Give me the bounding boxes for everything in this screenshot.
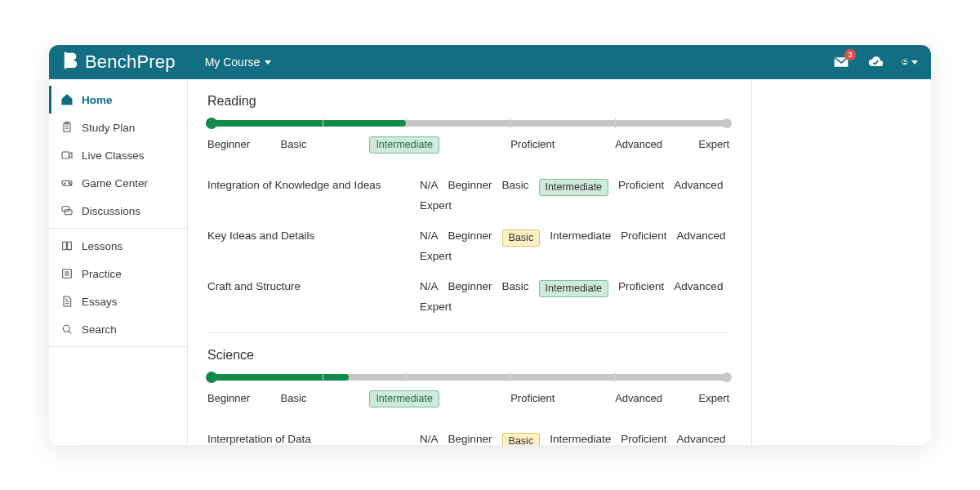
subtopic-level-label: Advanced (676, 433, 725, 445)
subtopic-name: Craft and Structure (207, 280, 420, 313)
level-scale-label: Proficient (510, 392, 555, 404)
subtopic-levels: N/ABeginnerBasicIntermediateProficientAd… (420, 229, 730, 262)
subtopic-level-label: Intermediate (550, 229, 611, 247)
sidebar-item-label: Essays (82, 296, 118, 308)
level-scale-label: Beginner (207, 138, 250, 150)
sidebar-item-live-classes[interactable]: Live Classes (49, 141, 187, 169)
subtopic-level-label: Advanced (676, 229, 725, 247)
subtopic-level-label: Proficient (618, 280, 664, 297)
sidebar-item-label: Practice (82, 268, 122, 280)
subtopic-level-label: Basic (502, 179, 529, 196)
subtopic-level-label: Intermediate (550, 433, 611, 445)
caret-down-icon (265, 60, 271, 65)
subtopic-level-label: Proficient (621, 433, 666, 445)
subtopic-level-label: N/A (420, 433, 439, 445)
svg-point-12 (63, 325, 69, 332)
subtopic-level-label: Intermediate (539, 280, 608, 297)
progress-track (207, 120, 730, 127)
subtopic-row: Interpretation of DataN/ABeginnerBasicIn… (207, 426, 730, 445)
user-menu[interactable] (902, 54, 918, 70)
level-scale-label: Expert (699, 392, 730, 404)
content-area: HomeStudy PlanLive ClassesGame CenterDis… (49, 79, 931, 445)
app-window: BenchPrep My Course 3 HomeStudy PlanLive… (49, 45, 931, 445)
level-scale-label: Expert (699, 138, 730, 150)
sidebar-item-practice[interactable]: Practice (49, 260, 187, 287)
caret-down-icon (911, 60, 918, 65)
chat-icon (60, 204, 74, 217)
progress-dot-start (206, 372, 217, 383)
search-icon (60, 323, 74, 336)
subtopic-level-label: Advanced (674, 280, 723, 297)
level-scale-label: Basic (281, 138, 307, 150)
subtopic-level-label: Beginner (448, 179, 492, 196)
svg-point-2 (904, 60, 906, 62)
cloud-sync-button[interactable] (867, 54, 884, 70)
sidebar-item-label: Game Center (82, 177, 148, 189)
subtopic-level-label: Expert (420, 250, 452, 262)
subtopic-level-label: Proficient (621, 229, 666, 247)
subtopic-level-label: N/A (420, 280, 439, 297)
svg-rect-5 (62, 152, 69, 158)
progress-dot-start (206, 118, 217, 129)
subtopic-level-label: Expert (420, 199, 452, 212)
subtopic-level-label: Advanced (674, 179, 723, 196)
sidebar-item-label: Lessons (82, 240, 122, 252)
sidebar: HomeStudy PlanLive ClassesGame CenterDis… (49, 79, 188, 445)
svg-point-7 (69, 182, 69, 183)
section-title: Reading (207, 94, 730, 109)
sidebar-item-home[interactable]: Home (49, 86, 187, 114)
sidebar-item-game-center[interactable]: Game Center (49, 169, 187, 197)
level-scale: BeginnerBasicIntermediateProficientAdvan… (207, 138, 730, 158)
right-rail (751, 79, 931, 445)
topbar-actions: 3 (833, 54, 918, 70)
svg-rect-9 (62, 207, 69, 212)
subtopic-level-label: Proficient (618, 179, 664, 196)
progress-dot-end (722, 118, 732, 128)
subtopic-level-label: N/A (420, 179, 439, 196)
list-icon (60, 267, 74, 280)
subtopic-levels: N/ABeginnerBasicIntermediateProficientAd… (420, 433, 730, 445)
subtopic-levels: N/ABeginnerBasicIntermediateProficientAd… (420, 179, 730, 212)
brand-name: BenchPrep (85, 51, 176, 73)
course-dropdown[interactable]: My Course (205, 56, 272, 69)
sidebar-item-label: Live Classes (82, 149, 145, 162)
course-dropdown-label: My Course (205, 56, 261, 69)
subtopic-levels: N/ABeginnerBasicIntermediateProficientAd… (420, 280, 730, 313)
svg-point-8 (69, 184, 70, 185)
sidebar-item-label: Study Plan (82, 122, 135, 134)
sidebar-item-essays[interactable]: Essays (49, 287, 187, 315)
svg-rect-10 (65, 210, 72, 215)
brand[interactable]: BenchPrep (62, 51, 176, 74)
clipboard-icon (60, 121, 74, 134)
gamepad-icon (60, 176, 74, 189)
sidebar-item-study-plan[interactable]: Study Plan (49, 114, 187, 141)
subtopic-level-label: N/A (420, 229, 439, 247)
video-icon (60, 149, 74, 162)
sidebar-item-discussions[interactable]: Discussions (49, 197, 187, 225)
section-title: Science (207, 348, 730, 363)
home-icon (60, 93, 74, 106)
subtopic-row: Integration of Knowledge and IdeasN/ABeg… (207, 172, 730, 223)
notification-badge: 3 (844, 49, 856, 60)
subtopic-level-label: Beginner (448, 229, 492, 247)
progress-dot-end (722, 372, 732, 382)
sidebar-item-lessons[interactable]: Lessons (49, 232, 187, 260)
subtopic-row: Key Ideas and DetailsN/ABeginnerBasicInt… (207, 223, 730, 274)
level-scale-label: Intermediate (369, 390, 439, 408)
level-scale-label: Basic (281, 392, 307, 404)
level-scale-label: Beginner (207, 392, 250, 404)
brand-logo-icon (62, 51, 80, 74)
subtopic-name: Interpretation of Data (207, 433, 420, 445)
subtopic-level-label: Beginner (448, 280, 492, 297)
sidebar-item-label: Discussions (82, 205, 140, 217)
sidebar-item-label: Search (82, 323, 117, 336)
messages-button[interactable]: 3 (833, 54, 849, 70)
subtopic-level-label: Basic (502, 280, 529, 297)
subtopic-name: Integration of Knowledge and Ideas (207, 179, 420, 212)
subtopic-level-label: Basic (502, 229, 541, 247)
subtopic-level-label: Beginner (448, 433, 492, 445)
sidebar-item-search[interactable]: Search (49, 315, 187, 343)
topbar: BenchPrep My Course 3 (49, 45, 931, 79)
level-scale-label: Advanced (615, 392, 662, 404)
document-icon (60, 295, 74, 308)
